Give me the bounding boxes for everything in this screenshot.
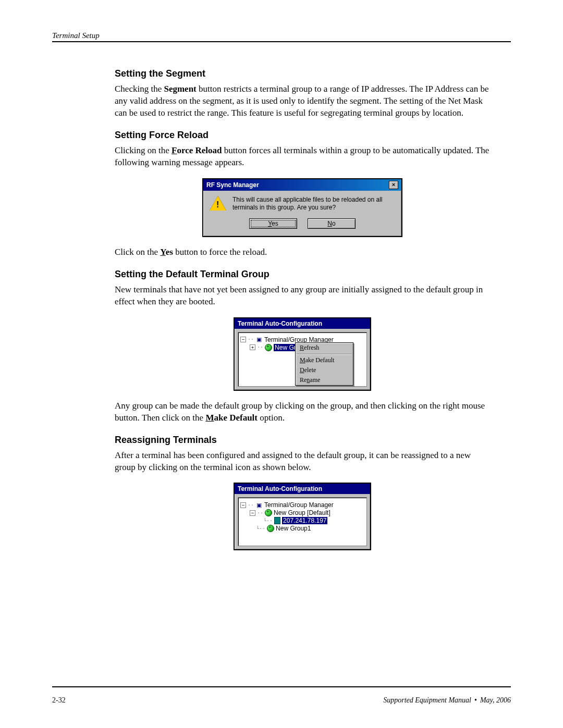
dialog-title: RF Sync Manager — [206, 181, 259, 189]
rf-sync-dialog: RF Sync Manager × ! This will cause all … — [202, 178, 402, 237]
group-icon — [267, 525, 274, 532]
heading-force-reload: Setting Force Reload — [115, 130, 490, 141]
expand-icon[interactable]: + — [250, 344, 255, 350]
tree-group-1[interactable]: └·· New Group1 — [256, 525, 364, 532]
manager-icon: ▣ — [255, 502, 263, 508]
para-default-group-2: Any group can be made the default group … — [115, 400, 490, 424]
manager-icon: ▣ — [255, 337, 263, 343]
dialog-message: This will cause all applicable files to … — [232, 196, 395, 212]
tree-body-2: − ·· ▣ Terminal/Group Manager − ·· New G… — [238, 497, 367, 546]
menu-refresh[interactable]: Refresh — [296, 343, 353, 353]
para-segment: Checking the Segment button restricts a … — [115, 83, 490, 119]
no-button[interactable]: No — [308, 218, 356, 229]
footer-right: Supported Equipment Manual•May, 2006 — [383, 696, 511, 705]
menu-rename[interactable]: Rename — [296, 375, 353, 385]
heading-default-group: Setting the Default Terminal Group — [115, 269, 490, 280]
group-icon — [265, 509, 272, 516]
footer-rule — [52, 686, 511, 687]
warning-icon: ! — [210, 196, 226, 211]
tree-title-2[interactable]: Terminal Auto-Configuration — [235, 484, 370, 494]
header-rule — [52, 41, 511, 42]
menu-delete[interactable]: Delete — [296, 365, 353, 375]
footer: 2-32 Supported Equipment Manual•May, 200… — [52, 696, 511, 705]
menu-make-default[interactable]: Make Default — [296, 355, 353, 365]
running-header: Terminal Setup — [52, 31, 511, 40]
para-force-reload-2: Click on the Yes button to force the rel… — [115, 246, 490, 258]
tree-terminal-selected[interactable]: └·· 207.241.78.197 — [263, 517, 364, 524]
collapse-icon[interactable]: − — [240, 337, 246, 342]
context-menu: Refresh Make Default Delete Rename — [295, 342, 353, 386]
dialog-figure: RF Sync Manager × ! This will cause all … — [115, 178, 490, 237]
collapse-icon[interactable]: − — [240, 502, 246, 508]
tree-figure-1: Terminal Auto-Configuration − ·· ▣ Termi… — [115, 317, 490, 391]
tree-title[interactable]: Terminal Auto-Configuration — [235, 318, 370, 329]
page: Terminal Setup Setting the Segment Check… — [0, 0, 563, 728]
page-number: 2-32 — [52, 696, 66, 705]
tree-figure-2: Terminal Auto-Configuration − ·· ▣ Termi… — [115, 483, 490, 550]
tree-group-default[interactable]: − ·· New Group [Default] — [250, 509, 364, 516]
dialog-titlebar[interactable]: RF Sync Manager × — [203, 179, 401, 191]
content-area: Setting the Segment Checking the Segment… — [115, 68, 490, 550]
para-default-group-1: New terminals that have not yet been ass… — [115, 284, 490, 308]
para-force-reload-1: Clicking on the Force Reload button forc… — [115, 145, 490, 169]
para-reassign-1: After a terminal has been configured and… — [115, 450, 490, 474]
tree-root-2[interactable]: − ·· ▣ Terminal/Group Manager — [240, 501, 364, 509]
collapse-icon[interactable]: − — [250, 510, 255, 516]
close-icon[interactable]: × — [389, 181, 398, 189]
heading-segment: Setting the Segment — [115, 68, 490, 79]
heading-reassign: Reassigning Terminals — [115, 435, 490, 446]
terminal-autoconfig-window-2: Terminal Auto-Configuration − ·· ▣ Termi… — [234, 483, 371, 550]
group-icon — [265, 344, 272, 351]
terminal-icon — [274, 517, 280, 524]
yes-button[interactable]: Yes — [249, 218, 297, 229]
